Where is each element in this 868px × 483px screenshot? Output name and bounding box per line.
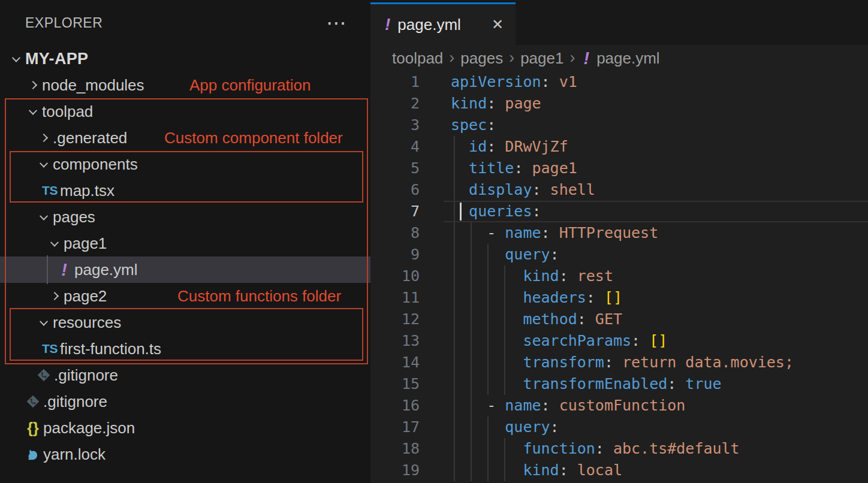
chevron-down-icon[interactable]	[24, 108, 42, 114]
tab-label: page.yml	[397, 16, 461, 34]
item-label: page.yml	[74, 261, 138, 279]
item-label: first-function.ts	[60, 340, 161, 358]
code-line[interactable]: transformEnabled: true	[444, 373, 868, 395]
item-label: components	[53, 155, 138, 174]
code-line[interactable]: kind: page	[444, 93, 868, 114]
chevron-right-icon[interactable]	[35, 135, 53, 141]
line-number: 6	[370, 179, 444, 201]
line-number: 5	[370, 158, 444, 179]
breadcrumb-item-pages[interactable]: pages	[460, 49, 503, 68]
sidebar-item-node-modules[interactable]: node_modules	[0, 72, 370, 98]
sidebar-item-pages[interactable]: pages	[0, 204, 370, 230]
sidebar-item-map-tsx[interactable]: TSmap.tsx	[0, 177, 370, 204]
sidebar-item-first-function-ts[interactable]: TSfirst-function.ts	[0, 336, 370, 362]
code-line[interactable]: query:	[444, 416, 868, 438]
chevron-down-icon[interactable]	[35, 214, 53, 220]
chevron-right-icon[interactable]	[24, 82, 42, 88]
code-line[interactable]: spec:	[444, 114, 868, 136]
item-label: package.json	[43, 419, 135, 437]
git-icon	[25, 394, 41, 409]
chevron-down-icon[interactable]	[7, 56, 25, 62]
line-number: 7	[370, 201, 444, 222]
item-label: map.tsx	[60, 182, 114, 200]
sidebar-item-package-json[interactable]: {}package.json	[0, 415, 370, 441]
item-label: node_modules	[42, 76, 144, 95]
code-line[interactable]: function: abc.ts#default	[444, 438, 868, 460]
code-line[interactable]: display: shell	[444, 179, 868, 201]
warning-icon: !	[583, 49, 589, 68]
line-number: 16	[370, 395, 444, 416]
tab-bar: ! page.yml ✕	[370, 0, 868, 45]
line-number: 13	[370, 330, 444, 352]
line-number-gutter: 12345678910111213141516171819	[370, 71, 444, 483]
item-label: yarn.lock	[43, 445, 106, 464]
code-line[interactable]: kind: rest	[444, 265, 868, 287]
text-cursor	[460, 203, 462, 221]
item-label: page2	[64, 287, 107, 306]
line-number: 19	[370, 460, 444, 481]
breadcrumb-item-page1[interactable]: page1	[520, 49, 563, 68]
sidebar-item-resources[interactable]: resources	[0, 309, 370, 336]
json-braces-icon: {}	[27, 419, 38, 437]
vscode-window: EXPLORER ⋯ MY-APP node_modulestoolpad.ge…	[0, 0, 868, 483]
sidebar-item-components[interactable]: components	[0, 151, 370, 177]
code-line[interactable]: - name: customFunction	[444, 395, 868, 416]
warning-icon: !	[61, 260, 67, 280]
sidebar-item-page2[interactable]: page2	[0, 283, 370, 309]
sidebar-item-yarn-lock[interactable]: yarn.lock	[0, 441, 370, 467]
breadcrumb-item-page-yml[interactable]: page.yml	[596, 49, 660, 68]
sidebar-item-my-app[interactable]: MY-APP	[0, 46, 370, 72]
explorer-title: EXPLORER	[25, 15, 103, 31]
line-number: 15	[370, 373, 444, 395]
sidebar-item-gitignore[interactable]: .gitignore	[0, 362, 370, 388]
line-number: 10	[370, 265, 444, 287]
code-line[interactable]: queries:	[444, 201, 868, 222]
editor-group: ! page.yml ✕ toolpad›pages›page1›!page.y…	[370, 0, 868, 483]
chevron-right-icon: ›	[569, 49, 575, 67]
line-number: 4	[370, 136, 444, 158]
code-line[interactable]: kind: local	[444, 460, 868, 481]
yarn-icon	[25, 446, 41, 462]
sidebar-item-page1[interactable]: page1	[0, 230, 370, 256]
line-number: 18	[370, 438, 444, 460]
chevron-right-icon[interactable]	[46, 293, 64, 299]
code-area: 12345678910111213141516171819 apiVersion…	[370, 71, 868, 483]
code-line[interactable]: apiVersion: v1	[444, 71, 868, 93]
breadcrumb-item-toolpad[interactable]: toolpad	[392, 49, 443, 68]
explorer-header: EXPLORER ⋯	[0, 0, 370, 46]
code-line[interactable]: searchParams: []	[444, 330, 868, 352]
item-label: pages	[53, 208, 95, 227]
typescript-icon: TS	[42, 342, 58, 356]
code-line[interactable]: title: page1	[444, 158, 868, 179]
chevron-down-icon[interactable]	[46, 240, 64, 246]
line-number: 14	[370, 352, 444, 373]
chevron-down-icon[interactable]	[35, 161, 53, 167]
item-label: .generated	[53, 129, 127, 147]
code-line[interactable]: id: DRwVjZf	[444, 136, 868, 158]
line-number: 1	[370, 71, 444, 93]
explorer-sidebar: EXPLORER ⋯ MY-APP node_modulestoolpad.ge…	[0, 0, 370, 483]
chevron-down-icon[interactable]	[35, 319, 53, 325]
code-line[interactable]: - name: HTTPrequest	[444, 222, 868, 244]
typescript-icon: TS	[42, 183, 58, 198]
code-line[interactable]: headers: []	[444, 287, 868, 309]
code-line[interactable]: method: GET	[444, 309, 868, 330]
line-number: 12	[370, 309, 444, 330]
item-label: .gitignore	[54, 366, 118, 385]
sidebar-item-generated[interactable]: .generated	[0, 125, 370, 151]
root-folder-label: MY-APP	[25, 50, 88, 68]
sidebar-item-page-yml[interactable]: !page.yml	[0, 256, 370, 283]
tab-page-yml[interactable]: ! page.yml ✕	[370, 2, 516, 45]
code-editor[interactable]: apiVersion: v1kind: pagespec: id: DRwVjZ…	[444, 71, 868, 483]
line-number: 9	[370, 244, 444, 265]
chevron-right-icon: ›	[449, 49, 454, 67]
sidebar-item-toolpad[interactable]: toolpad	[0, 98, 370, 125]
code-line[interactable]: transform: return data.movies;	[444, 352, 868, 373]
more-actions-icon[interactable]: ⋯	[326, 20, 348, 26]
close-icon[interactable]: ✕	[492, 16, 504, 33]
sidebar-item-gitignore[interactable]: .gitignore	[0, 388, 370, 415]
line-number: 2	[370, 93, 444, 114]
code-line[interactable]: query:	[444, 244, 868, 265]
file-tree: node_modulestoolpad.generatedcomponentsT…	[0, 72, 370, 467]
breadcrumb: toolpad›pages›page1›!page.yml	[370, 45, 868, 71]
